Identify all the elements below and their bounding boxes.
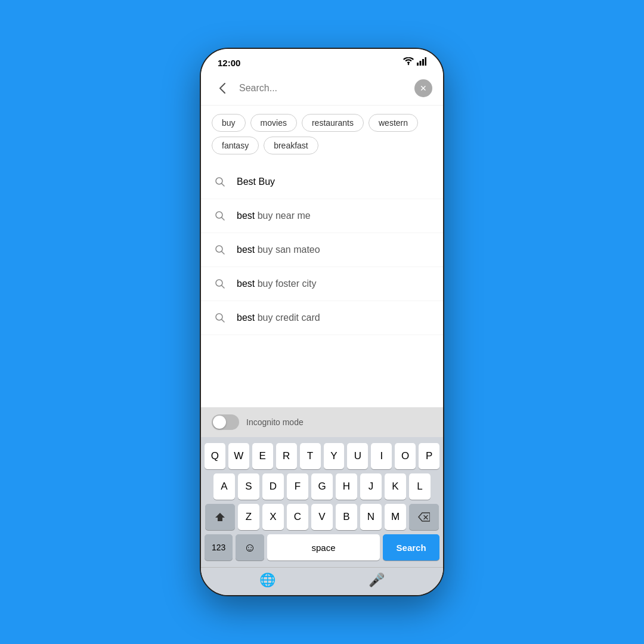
key-w[interactable]: W — [228, 443, 249, 469]
microphone-icon[interactable]: 🎤 — [369, 572, 385, 588]
svg-rect-0 — [417, 63, 419, 66]
key-t[interactable]: T — [300, 443, 321, 469]
key-numeric[interactable]: 123 — [205, 534, 233, 561]
svg-rect-1 — [420, 61, 422, 66]
key-row-1: Q W E R T Y U I O P — [205, 443, 439, 469]
clear-button[interactable]: ✕ — [414, 79, 432, 97]
suggestion-item-4[interactable]: best buy foster city — [201, 267, 443, 301]
chips-row-1: buy movies restaurants western — [212, 114, 432, 132]
svg-line-11 — [222, 286, 225, 289]
svg-line-9 — [222, 252, 225, 255]
suggestion-search-icon-4 — [212, 275, 228, 292]
key-i[interactable]: I — [371, 443, 392, 469]
chip-western[interactable]: western — [369, 114, 418, 132]
key-e[interactable]: E — [252, 443, 273, 469]
chip-restaurants[interactable]: restaurants — [302, 114, 364, 132]
suggestion-search-icon-5 — [212, 309, 228, 326]
suggestion-text-5: best buy credit card — [237, 312, 320, 323]
key-l[interactable]: L — [409, 473, 431, 500]
key-g[interactable]: G — [311, 473, 333, 500]
incognito-toggle[interactable] — [212, 414, 239, 430]
globe-icon[interactable]: 🌐 — [259, 572, 275, 588]
chips-row-2: fantasy breakfast — [212, 137, 432, 154]
key-row-2: A S D F G H J K L — [205, 473, 439, 500]
key-s[interactable]: S — [238, 473, 259, 500]
incognito-bar: Incognito mode — [201, 407, 443, 437]
key-a[interactable]: A — [213, 473, 235, 500]
key-u[interactable]: U — [347, 443, 368, 469]
suggestion-search-icon-1 — [212, 174, 228, 190]
key-n[interactable]: N — [360, 504, 382, 530]
svg-rect-3 — [425, 57, 427, 66]
key-search[interactable]: Search — [383, 534, 439, 561]
key-emoji[interactable]: ☺ — [236, 534, 264, 561]
chips-section: buy movies restaurants western fantasy b… — [201, 106, 443, 165]
key-shift[interactable] — [205, 504, 235, 530]
chip-fantasy[interactable]: fantasy — [212, 137, 259, 154]
suggestion-item-1[interactable]: Best Buy — [201, 165, 443, 199]
suggestion-text-4: best buy foster city — [237, 278, 316, 289]
key-q[interactable]: Q — [205, 443, 225, 469]
key-p[interactable]: P — [419, 443, 439, 469]
bottom-bar: 🌐 🎤 — [201, 567, 443, 595]
key-y[interactable]: Y — [324, 443, 345, 469]
suggestion-text-1: Best Buy — [237, 177, 275, 187]
search-input[interactable] — [239, 78, 408, 99]
svg-line-7 — [222, 218, 225, 221]
svg-line-5 — [222, 184, 225, 187]
svg-rect-2 — [422, 59, 424, 66]
chip-movies[interactable]: movies — [250, 114, 297, 132]
key-k[interactable]: K — [385, 473, 406, 500]
status-icons — [403, 57, 426, 68]
key-backspace[interactable] — [409, 504, 439, 530]
suggestion-item-2[interactable]: best buy near me — [201, 199, 443, 233]
key-d[interactable]: D — [262, 473, 284, 500]
key-r[interactable]: R — [276, 443, 297, 469]
key-row-3: Z X C V B N M — [205, 504, 439, 530]
suggestion-search-icon-2 — [212, 208, 228, 224]
back-button[interactable] — [212, 78, 233, 99]
chip-breakfast[interactable]: breakfast — [264, 137, 318, 154]
status-bar: 12:00 — [201, 49, 443, 72]
signal-icon — [417, 57, 426, 68]
chip-buy[interactable]: buy — [212, 114, 246, 132]
incognito-label: Incognito mode — [246, 417, 304, 427]
wifi-icon — [403, 57, 414, 68]
key-v[interactable]: V — [311, 504, 333, 530]
clear-icon: ✕ — [420, 83, 427, 93]
status-time: 12:00 — [218, 58, 240, 68]
key-j[interactable]: J — [360, 473, 382, 500]
key-row-4: 123 ☺ space Search — [205, 534, 439, 561]
key-c[interactable]: C — [287, 504, 308, 530]
key-z[interactable]: Z — [238, 504, 259, 530]
key-b[interactable]: B — [336, 504, 357, 530]
suggestions-list: Best Buy best buy near me — [201, 165, 443, 407]
suggestion-text-3: best buy san mateo — [237, 244, 320, 255]
key-m[interactable]: M — [385, 504, 406, 530]
suggestion-item-5[interactable]: best buy credit card — [201, 301, 443, 335]
key-space[interactable]: space — [267, 534, 380, 561]
svg-line-13 — [222, 320, 225, 323]
toggle-knob — [213, 416, 226, 429]
key-x[interactable]: X — [262, 504, 284, 530]
key-f[interactable]: F — [287, 473, 308, 500]
key-o[interactable]: O — [395, 443, 416, 469]
search-header: ✕ — [201, 72, 443, 106]
suggestion-search-icon-3 — [212, 242, 228, 258]
keyboard: Q W E R T Y U I O P A S D F G H J K L — [201, 437, 443, 567]
key-h[interactable]: H — [336, 473, 357, 500]
phone-shell: 12:00 — [200, 48, 444, 596]
suggestion-text-2: best buy near me — [237, 210, 311, 221]
suggestion-item-3[interactable]: best buy san mateo — [201, 233, 443, 267]
